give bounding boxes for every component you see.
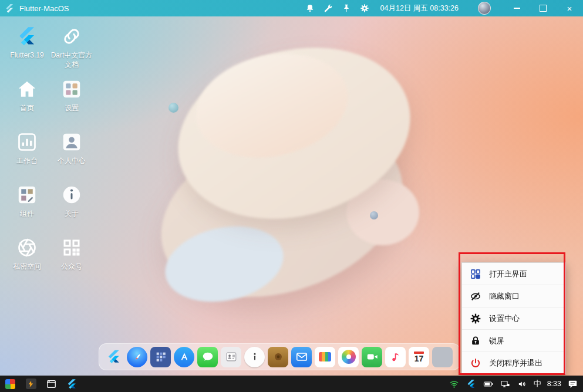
menu-item-exit[interactable]: 关闭程序并退出 <box>462 352 565 374</box>
aperture-icon <box>16 237 38 258</box>
taskbar-window-app-icon[interactable] <box>46 379 57 390</box>
music-note-icon <box>389 350 402 363</box>
info-letter-icon <box>248 350 261 363</box>
home-icon <box>16 79 38 100</box>
desktop-wallpaper: Flutter3.19 Dart中文官方文档 首页 设置 工作台 个人中心 <box>0 16 583 376</box>
dock-flutter-icon[interactable] <box>103 347 124 367</box>
gear-icon <box>470 313 481 325</box>
maximize-button[interactable] <box>534 2 552 15</box>
taskbar: 中 8:33 <box>0 376 583 392</box>
dock-nut-icon[interactable] <box>268 347 288 367</box>
flutter-logo-icon <box>5 4 15 13</box>
dock-facetime-icon[interactable] <box>362 347 382 367</box>
ethernet-icon[interactable] <box>500 379 511 390</box>
menu-item-label: 锁屏 <box>489 336 504 346</box>
gear-icon[interactable] <box>360 4 369 13</box>
person-panel-icon <box>61 131 82 153</box>
flutter-logo-icon <box>16 26 38 47</box>
desktop-icon-home[interactable]: 首页 <box>5 77 49 130</box>
flutter-logo-icon <box>466 379 476 389</box>
maximize-icon <box>540 5 547 12</box>
avatar[interactable] <box>478 2 491 15</box>
bell-icon[interactable] <box>305 4 315 13</box>
power-icon <box>470 357 481 369</box>
video-camera-icon <box>366 350 379 363</box>
notification-icon[interactable] <box>567 379 578 390</box>
dock-stats-icon[interactable] <box>315 347 335 367</box>
menu-item-label: 关闭程序并退出 <box>489 358 542 369</box>
dock-music-icon[interactable] <box>385 347 406 367</box>
ime-indicator[interactable]: 中 <box>534 379 541 389</box>
desktop-icons: Flutter3.19 Dart中文官方文档 首页 设置 工作台 个人中心 <box>5 25 94 289</box>
dock-mail-icon[interactable] <box>291 347 312 367</box>
volume-icon[interactable] <box>517 379 528 390</box>
dock-pixelgrid-icon[interactable] <box>150 347 171 367</box>
wifi-icon[interactable] <box>449 379 460 390</box>
menu-item-open-main[interactable]: 打开主界面 <box>462 263 565 285</box>
desktop-icon-components[interactable]: 组件 <box>5 183 49 236</box>
dock-info-icon[interactable] <box>244 347 265 367</box>
desktop-icon-workbench[interactable]: 工作台 <box>5 130 49 183</box>
window-icon <box>46 379 57 390</box>
desktop-icon-official-account[interactable]: 公众号 <box>49 236 94 289</box>
minimize-icon <box>514 8 520 9</box>
menu-item-label: 隐藏窗口 <box>489 291 520 302</box>
menu-item-label: 设置中心 <box>489 313 520 324</box>
lock-icon <box>470 335 481 347</box>
menu-item-hide-window[interactable]: 隐藏窗口 <box>462 285 565 307</box>
components-panel-icon <box>16 184 38 205</box>
dock-appstore-icon[interactable] <box>174 347 194 367</box>
app-window: Flutter-MacOS 04月12日 周五 08:33:26 × Flutt… <box>0 0 583 392</box>
desktop-icon-profile[interactable]: 个人中心 <box>49 130 94 183</box>
dock-hidden-app-icon[interactable] <box>432 347 453 367</box>
nut-icon <box>272 350 285 363</box>
close-button[interactable]: × <box>561 2 578 15</box>
desktop-icon-about[interactable]: 关于 <box>49 183 94 236</box>
dock: 17 <box>99 343 460 370</box>
dock-contacts-icon[interactable] <box>221 347 241 367</box>
titlebar-datetime: 04月12日 周五 08:33:26 <box>380 4 459 13</box>
qr-code-icon <box>61 237 82 258</box>
desktop-icon-flutter[interactable]: Flutter3.19 <box>5 25 49 77</box>
taskbar-flutter-icon[interactable] <box>66 379 77 390</box>
info-circle-icon <box>61 184 82 205</box>
titlebar: Flutter-MacOS 04月12日 周五 08:33:26 × <box>0 0 583 16</box>
flutter-logo-icon <box>66 379 77 390</box>
battery-icon[interactable] <box>483 379 494 390</box>
lightning-icon <box>26 379 36 389</box>
link-icon <box>61 26 82 47</box>
settings-panel-icon <box>61 79 82 100</box>
desktop-icon-private-space[interactable]: 私密空间 <box>5 236 49 289</box>
dock-calendar-icon[interactable]: 17 <box>409 347 429 367</box>
calendar-day: 17 <box>414 354 424 363</box>
desktop-icon-dart-docs[interactable]: Dart中文官方文档 <box>49 25 94 77</box>
tools-icon[interactable] <box>323 4 333 13</box>
taskbar-colorful-app-icon[interactable] <box>5 379 16 390</box>
wallpaper-sphere <box>370 211 378 219</box>
pinwheel-icon <box>5 379 15 389</box>
menu-item-settings-center[interactable]: 设置中心 <box>462 307 565 329</box>
dock-safari-icon[interactable] <box>127 347 147 367</box>
window-title: Flutter-MacOS <box>19 4 69 13</box>
flutter-logo-icon <box>106 349 122 364</box>
menu-item-lock-screen[interactable]: 锁屏 <box>462 329 565 352</box>
color-bars-icon <box>319 352 331 361</box>
tray-context-menu: 打开主界面 隐藏窗口 设置中心 锁屏 关闭程序并退出 <box>461 262 566 374</box>
taskbar-clock[interactable]: 8:33 <box>547 380 561 388</box>
wallpaper-sphere <box>169 103 178 113</box>
system-tray: 中 8:33 <box>449 379 578 390</box>
appstore-a-icon <box>178 350 191 363</box>
menu-item-label: 打开主界面 <box>489 269 527 279</box>
pixel-grid-icon <box>154 350 167 363</box>
eye-off-icon <box>470 290 481 302</box>
pin-icon[interactable] <box>342 4 351 13</box>
tray-flutter-icon[interactable] <box>466 379 477 390</box>
dock-messages-icon[interactable] <box>197 347 218 367</box>
contact-card-icon <box>225 350 238 363</box>
desktop-icon-settings[interactable]: 设置 <box>49 77 94 130</box>
dock-photos-icon[interactable] <box>338 347 359 367</box>
compass-needle-icon <box>131 350 144 363</box>
minimize-button[interactable] <box>508 2 525 15</box>
photos-pinwheel-icon <box>342 350 356 364</box>
taskbar-lightning-app-icon[interactable] <box>25 379 36 390</box>
